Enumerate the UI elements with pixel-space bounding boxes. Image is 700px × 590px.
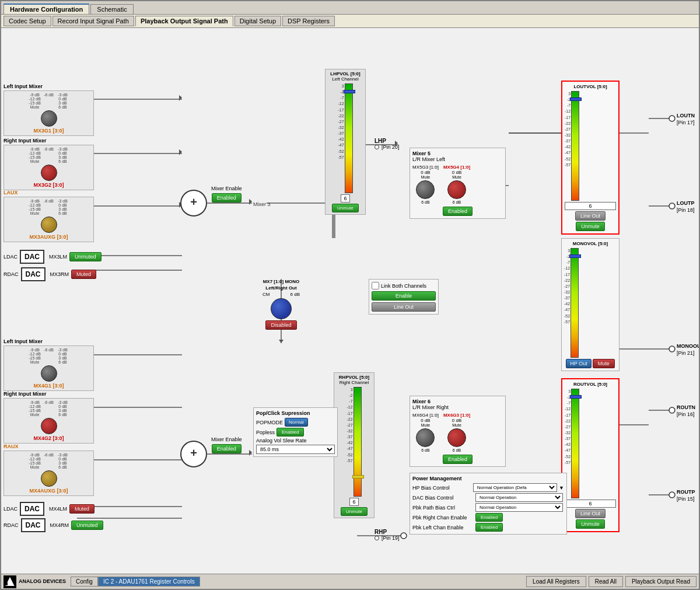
- mx4rm-status-btn[interactable]: Unmuted: [71, 521, 103, 530]
- rhp-pin: [Pin 19]: [382, 535, 400, 541]
- lhpvol-track[interactable]: [345, 83, 353, 193]
- sub-tab-dsp[interactable]: DSP Registers: [282, 16, 335, 26]
- lhpvol-handle[interactable]: [344, 90, 355, 93]
- mixer6-sublabel: L/R Mixer Right: [412, 404, 503, 410]
- mixer6-left-knob-group: MX6G4 [1:0] 0 dB Mute 6 dB: [412, 413, 439, 452]
- rhpvol-value: 6: [349, 498, 358, 506]
- sub-tab-playback[interactable]: Playback Output Signal Path: [135, 16, 233, 26]
- rhpvol-track[interactable]: [354, 387, 362, 497]
- knob-mx6g3[interactable]: [447, 428, 466, 447]
- sub-tab-record[interactable]: Record Input Signal Path: [52, 16, 134, 26]
- knob-mx5g3[interactable]: [416, 180, 435, 199]
- mixer3-enable-btn[interactable]: Enabled: [212, 193, 242, 203]
- loutvol-unmute-btn[interactable]: Unmute: [576, 222, 605, 231]
- mx4lm-status-btn[interactable]: Muted: [69, 504, 94, 514]
- monoout-label: MONOOUT: [677, 343, 699, 349]
- loutvol-value: 6: [565, 202, 616, 210]
- knob-mx7[interactable]: [271, 298, 292, 319]
- svg-point-39: [669, 203, 675, 209]
- loutvol-handle[interactable]: [570, 97, 582, 101]
- bottom-tab-register-controls[interactable]: IC 2 - ADAU1761 Register Controls: [98, 577, 200, 586]
- main-window: Hardware Configuration Schematic Codec S…: [0, 0, 700, 590]
- routp-label: ROUTP: [677, 489, 695, 495]
- bottom-bar: ANALOG DEVICES Config IC 2 - ADAU1761 Re…: [1, 574, 699, 589]
- rhp-pin-row: [Pin 19]: [374, 535, 400, 541]
- mx5g3-value: 0 dB: [421, 170, 430, 175]
- bottom-tab-config[interactable]: Config: [71, 577, 98, 586]
- read-all-btn[interactable]: Read All: [589, 576, 623, 587]
- mixer4-enable-btn[interactable]: Enabled: [212, 444, 242, 453]
- loutvol-section: LOUTVOL [5:0] 3-2-7-12-17-22-27-32-37-42…: [561, 81, 620, 235]
- vol-slew-select[interactable]: 85.0 ms: [256, 445, 335, 454]
- mixer4-enable-label: Mixer Enable: [211, 437, 242, 442]
- knob-mx4g1[interactable]: [41, 365, 57, 382]
- loutvol-track[interactable]: [571, 91, 579, 201]
- svg-text:+: +: [190, 446, 197, 459]
- load-all-registers-btn[interactable]: Load All Registers: [526, 576, 586, 587]
- popmode-btn[interactable]: Normal: [285, 418, 308, 427]
- hp-bias-select[interactable]: Normal Operation (Defa: [473, 483, 557, 492]
- mixer5-enable-btn[interactable]: Enabled: [443, 207, 473, 216]
- sub-tab-codec[interactable]: Codec Setup: [4, 16, 51, 26]
- mx7-6db: 6 dB: [290, 292, 300, 297]
- pbk-left-btn[interactable]: Enabled: [475, 523, 503, 532]
- sub-tab-digital[interactable]: Digital Setup: [235, 16, 281, 26]
- routvol-handle[interactable]: [570, 395, 582, 399]
- monoout-pin: [Pin 21]: [677, 350, 695, 356]
- pbk-right-btn[interactable]: Enabled: [475, 513, 503, 522]
- knob-mx3g2[interactable]: [41, 165, 57, 181]
- tab-schematic[interactable]: Schematic: [90, 4, 133, 14]
- pop-click-section: Pop/Click Supression POPMODE Normal Popl…: [253, 407, 338, 457]
- knob-mx6g4[interactable]: [416, 428, 435, 447]
- line-out-btn[interactable]: Line Out: [372, 302, 436, 312]
- knob-mx3g1[interactable]: [41, 110, 57, 127]
- mx3lm-status-btn[interactable]: Unmuted: [69, 252, 102, 261]
- lhpvol-unmute-btn[interactable]: Unmute: [332, 204, 359, 212]
- rhpvol-unmute-btn[interactable]: Unmute: [341, 507, 368, 516]
- mx4g1-label: MX4G1 [3:0]: [33, 383, 64, 389]
- mx3rm-status-btn[interactable]: Muted: [71, 270, 96, 279]
- monovol-mute-btn[interactable]: Mute: [593, 359, 615, 368]
- playback-output-read-btn[interactable]: Playback Output Read: [625, 576, 696, 587]
- left-input-mixer-top-label: Left Input Mixer: [4, 83, 94, 89]
- monovol-handle[interactable]: [569, 254, 581, 258]
- knob-mx3auxg[interactable]: [41, 217, 57, 233]
- pbk-path-select[interactable]: Normal Operation: [475, 503, 563, 512]
- rhpvol-handle[interactable]: [352, 475, 364, 479]
- mx7-status-btn[interactable]: Disabled: [265, 320, 296, 330]
- svg-point-38: [669, 116, 675, 121]
- svg-point-46: [669, 492, 675, 498]
- loutvol-lineout-btn[interactable]: Line Out: [575, 211, 606, 221]
- tab-hardware-config[interactable]: Hardware Configuration: [4, 4, 89, 14]
- mx6g4-value: 0 dB: [421, 418, 430, 423]
- routvol-track[interactable]: [571, 389, 579, 498]
- link-both-checkbox[interactable]: [372, 282, 379, 289]
- popless-btn[interactable]: Enabled: [276, 428, 304, 437]
- mixer5-right-knob-group: MX5G4 [1:0] 0 dB Mute 6 dB: [443, 165, 470, 204]
- mixer5-sublabel: L/R Mixer Left: [412, 156, 503, 162]
- loutvol-label: LOUTVOL [5:0]: [565, 84, 616, 89]
- mixer6-enable-btn[interactable]: Enabled: [443, 455, 473, 464]
- mx6g3-value: 0 dB: [452, 418, 461, 423]
- dac-bias-select[interactable]: Normal Operation: [475, 493, 563, 502]
- popmode-row: POPMODE Normal: [256, 418, 335, 427]
- mx5g4-label: MX5G4 [1:0]: [443, 165, 470, 170]
- monovol-hpout-btn[interactable]: HP Out: [566, 359, 591, 368]
- vol-slew-value-row: 85.0 ms: [256, 445, 335, 454]
- enable-btn[interactable]: Enable: [372, 291, 436, 301]
- rhp-circle: [374, 536, 379, 540]
- monovol-track[interactable]: [570, 248, 579, 358]
- mx5g3-label: MX5G3 [1:0]: [412, 165, 439, 170]
- routvol-label: ROUTVOL [5:0]: [565, 382, 616, 387]
- monovol-section: MONOVOL [5:0] 3-2-7-12-17-22-27-32-37-42…: [561, 238, 620, 371]
- pbk-left-row: Pbk Left Chan Enable Enabled: [412, 523, 564, 532]
- loutn-label: LOUTN: [677, 113, 695, 118]
- mx4auxg-label: MX4AUXG [3:0]: [29, 488, 68, 494]
- loutp-section: LOUTP [Pin 18]: [677, 199, 695, 213]
- routvol-lineout-btn[interactable]: Line Out: [575, 509, 606, 518]
- knob-mx4auxg[interactable]: [41, 470, 57, 487]
- monovol-label: MONOVOL [5:0]: [564, 241, 617, 246]
- knob-mx4g2[interactable]: [41, 418, 57, 434]
- routvol-unmute-btn[interactable]: Unmute: [576, 519, 605, 529]
- knob-mx5g4[interactable]: [447, 180, 466, 199]
